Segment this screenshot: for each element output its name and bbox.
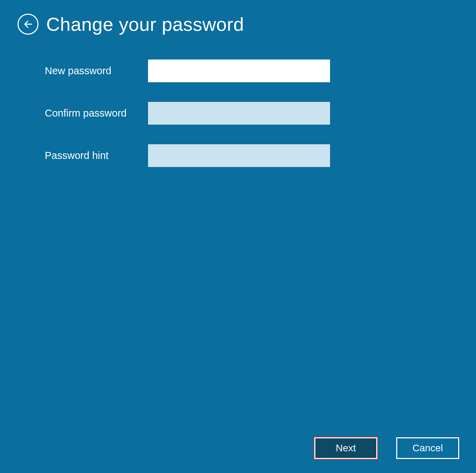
header: Change your password — [0, 0, 476, 35]
cancel-button[interactable]: Cancel — [396, 437, 459, 459]
confirm-password-label: Confirm password — [45, 107, 148, 119]
password-hint-label: Password hint — [45, 150, 148, 161]
form-row-new-password: New password — [45, 60, 476, 82]
confirm-password-input[interactable] — [148, 102, 330, 125]
password-hint-input[interactable] — [148, 144, 330, 167]
arrow-left-icon — [22, 18, 34, 30]
back-button[interactable] — [18, 14, 38, 35]
form-row-confirm-password: Confirm password — [45, 102, 476, 125]
footer: Next Cancel — [314, 437, 459, 459]
page-title: Change your password — [46, 13, 244, 35]
new-password-input[interactable] — [148, 60, 330, 82]
password-form: New password Confirm password Password h… — [0, 35, 476, 167]
form-row-password-hint: Password hint — [45, 144, 476, 167]
next-button[interactable]: Next — [314, 437, 377, 459]
new-password-label: New password — [45, 65, 148, 77]
